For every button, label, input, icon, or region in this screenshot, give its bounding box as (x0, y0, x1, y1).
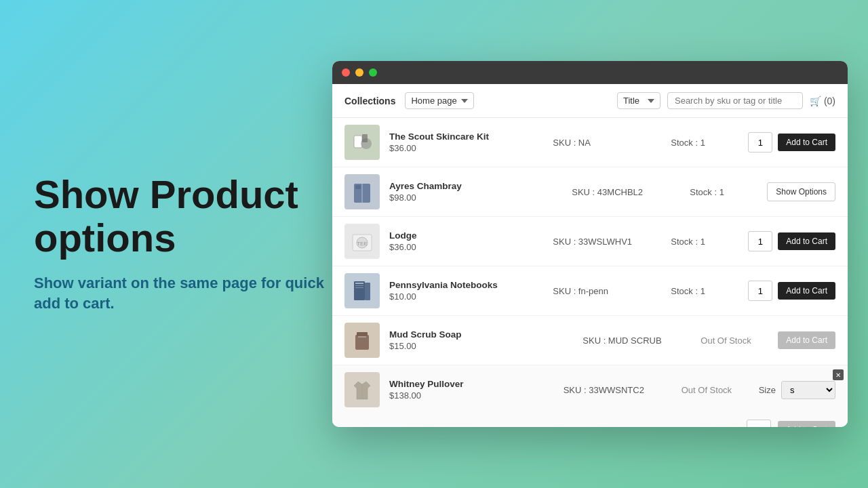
product-stock: Stock : 1 (671, 286, 738, 296)
product-thumbnail (344, 372, 380, 407)
close-dot[interactable] (342, 68, 350, 77)
product-info: Pennsylvania Notebooks $10.00 (389, 280, 543, 302)
quantity-input[interactable] (748, 281, 772, 301)
quantity-input[interactable] (748, 132, 772, 152)
close-expanded-button[interactable]: ✕ (833, 369, 844, 380)
product-thumbnail (344, 174, 380, 209)
app-content: Collections Home page Title Price Date 🛒… (332, 84, 848, 427)
product-row: Mud Scrub Soap $15.00 SKU : MUD SCRUB Ou… (332, 316, 848, 365)
product-name: Ayres Chambray (389, 181, 562, 191)
minimize-dot[interactable] (355, 68, 363, 77)
svg-rect-11 (355, 285, 363, 286)
sort-select[interactable]: Title Price Date (617, 92, 660, 109)
product-actions: Size s m l xl (759, 381, 835, 399)
product-name: Lodge (389, 230, 543, 241)
add-to-cart-button[interactable]: Add to Cart (778, 134, 835, 151)
product-price: $15.00 (389, 341, 573, 351)
show-options-button[interactable]: Show Options (767, 182, 835, 201)
product-name: Whitney Pullover (389, 379, 554, 389)
product-row: Pennsylvania Notebooks $10.00 SKU : fn-p… (332, 266, 848, 316)
product-sku: SKU : 33WWSNTC2 (564, 385, 672, 395)
product-info: Ayres Chambray $98.00 (389, 181, 562, 203)
product-row: Ayres Chambray $98.00 SKU : 43MCHBL2 Sto… (332, 167, 848, 217)
browser-window: Collections Home page Title Price Date 🛒… (332, 61, 848, 427)
heading: Show Product options (34, 173, 326, 260)
product-stock: Stock : 1 (671, 237, 738, 247)
product-price: $98.00 (389, 192, 562, 203)
svg-rect-9 (354, 281, 365, 300)
quantity-input[interactable] (747, 420, 771, 427)
add-to-cart-button[interactable]: Add to Cart (778, 331, 835, 349)
svg-rect-10 (355, 283, 363, 284)
add-to-cart-button[interactable]: Add to Cart (778, 282, 835, 300)
svg-rect-16 (358, 336, 366, 338)
subtext: Show variant on the same page for quick … (34, 273, 326, 315)
product-actions: Add to Cart (748, 281, 835, 301)
add-to-cart-button[interactable]: Add to Cart (778, 421, 835, 427)
expanded-main-row: Whitney Pullover $138.00 SKU : 33WWSNTC2… (332, 365, 848, 414)
product-price: $36.00 (389, 143, 543, 153)
svg-rect-15 (357, 332, 368, 336)
product-thumbnail (344, 323, 380, 358)
product-info: Mud Scrub Soap $15.00 (389, 329, 573, 351)
product-thumbnail (344, 125, 380, 160)
product-actions: Add to Cart (748, 132, 835, 152)
product-row: TEE Lodge $36.00 SKU : 33WSLWHV1 Stock :… (332, 217, 848, 266)
product-sku: SKU : fn-penn (553, 286, 661, 296)
quantity-input[interactable] (748, 231, 772, 251)
product-info: Whitney Pullover $138.00 (389, 379, 554, 401)
product-price: $36.00 (389, 242, 543, 252)
svg-rect-13 (365, 283, 370, 300)
product-sku: SKU : MUD SCRUB (583, 336, 691, 346)
cart-icon[interactable]: 🛒 (0) (810, 96, 835, 106)
product-info: The Scout Skincare Kit $36.00 (389, 131, 543, 153)
product-thumbnail: TEE (344, 224, 380, 259)
size-label: Size (759, 385, 776, 395)
svg-text:TEE: TEE (357, 241, 368, 247)
product-actions: Add to Cart (748, 231, 835, 251)
product-actions: Show Options (767, 182, 835, 201)
svg-rect-2 (362, 134, 368, 142)
search-input[interactable] (667, 92, 803, 109)
expanded-options-row: Add to Cart (332, 414, 848, 427)
product-name: The Scout Skincare Kit (389, 131, 543, 142)
left-panel: Show Product options Show variant on the… (34, 173, 326, 314)
product-row: The Scout Skincare Kit $36.00 SKU : NA S… (332, 118, 848, 167)
product-name: Mud Scrub Soap (389, 329, 573, 340)
maximize-dot[interactable] (369, 68, 377, 77)
collections-label: Collections (344, 96, 395, 106)
product-sku: SKU : NA (553, 138, 661, 148)
product-stock: Out Of Stock (701, 336, 768, 346)
svg-rect-0 (354, 136, 362, 148)
product-sku: SKU : 43MCHBL2 (572, 187, 680, 197)
add-to-cart-button[interactable]: Add to Cart (778, 232, 835, 250)
product-thumbnail (344, 273, 380, 308)
product-info: Lodge $36.00 (389, 230, 543, 252)
product-stock: Stock : 1 (690, 187, 757, 197)
product-row-expanded: ✕ Whitney Pullover $138.00 SKU : 33WWSNT… (332, 365, 848, 427)
toolbar: Collections Home page Title Price Date 🛒… (332, 84, 848, 118)
collection-select[interactable]: Home page (405, 92, 474, 109)
product-sku: SKU : 33WSLWHV1 (553, 237, 661, 247)
product-actions: Add to Cart (778, 331, 835, 349)
svg-rect-12 (355, 287, 363, 288)
title-bar (332, 61, 848, 84)
product-price: $10.00 (389, 291, 543, 302)
product-name: Pennsylvania Notebooks (389, 280, 543, 290)
product-stock: Out Of Stock (682, 385, 749, 395)
svg-rect-5 (355, 185, 361, 189)
product-stock: Stock : 1 (671, 138, 738, 148)
product-list: The Scout Skincare Kit $36.00 SKU : NA S… (332, 118, 848, 427)
size-select[interactable]: s m l xl (781, 381, 835, 399)
product-price: $138.00 (389, 390, 554, 401)
